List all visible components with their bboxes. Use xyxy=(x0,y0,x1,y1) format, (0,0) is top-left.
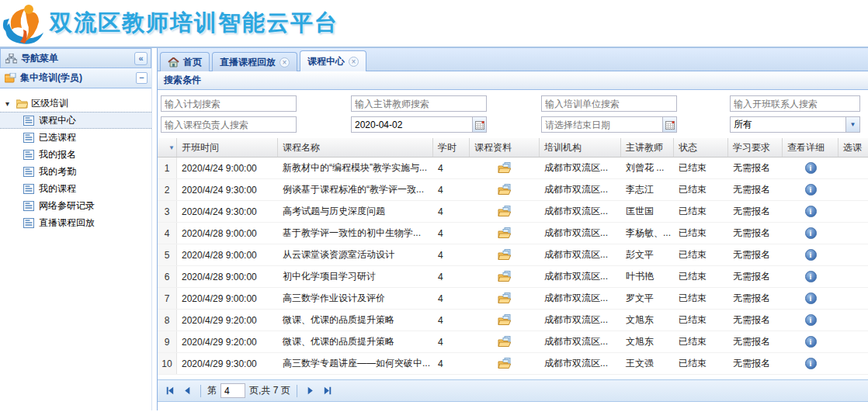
page-number-input[interactable] xyxy=(220,383,245,398)
column-header-5[interactable]: 主讲教师 xyxy=(621,138,674,157)
info-icon[interactable]: i xyxy=(805,249,817,261)
sidebar-item-1[interactable]: 已选课程 xyxy=(0,129,151,146)
last-page-button[interactable] xyxy=(321,384,335,398)
folder-icon[interactable] xyxy=(498,358,512,369)
sidebar-group-header[interactable]: 集中培训(学员) − xyxy=(0,68,151,88)
folder-icon[interactable] xyxy=(498,336,512,348)
sidebar-item-5[interactable]: 网络参研记录 xyxy=(0,197,151,214)
tab-home[interactable]: 首页 xyxy=(160,52,210,71)
row-detail-cell: i xyxy=(783,244,838,265)
column-header-3[interactable]: 课程资料 xyxy=(470,138,540,157)
table-row[interactable]: 1 2020/4/24 9:00:00 新教材中的“编程模块”教学实施与... … xyxy=(158,158,868,179)
org-search-input[interactable] xyxy=(541,95,677,112)
column-header-8[interactable]: 查看详细 xyxy=(783,138,838,157)
sidebar-item-0[interactable]: 课程中心 xyxy=(0,112,151,129)
folder-icon[interactable] xyxy=(498,206,512,217)
search-form: ▼ xyxy=(158,90,868,138)
group-collapse-button[interactable]: − xyxy=(136,72,148,84)
row-number: 6 xyxy=(158,266,177,287)
tab-live-replay[interactable]: 直播课程回放 × xyxy=(212,52,297,71)
row-hours: 4 xyxy=(433,223,470,244)
teacher-search-input[interactable] xyxy=(351,95,487,112)
row-start-time: 2020/4/29 9:20:00 xyxy=(177,331,278,352)
folder-icon[interactable] xyxy=(498,249,512,261)
grid-selector-column-header[interactable]: ▼ xyxy=(158,138,177,157)
plan-search-input[interactable] xyxy=(161,95,297,112)
contact-search-input[interactable] xyxy=(730,95,860,112)
table-row[interactable]: 9 2020/4/29 9:20:00 微课、优课的品质提升策略 4 成都市双流… xyxy=(158,331,868,353)
row-hours: 4 xyxy=(433,158,470,178)
training-group-icon xyxy=(5,73,16,83)
info-icon[interactable]: i xyxy=(805,271,817,282)
tree-node-root[interactable]: ▾ 区级培训 xyxy=(0,95,151,112)
info-icon[interactable]: i xyxy=(805,184,817,196)
tree-expand-icon[interactable]: ▾ xyxy=(5,99,13,108)
table-row[interactable]: 6 2020/4/28 9:00:00 初中化学项目学习研讨 4 成都市双流区.… xyxy=(158,266,868,288)
form-list-icon xyxy=(23,218,35,228)
column-header-6[interactable]: 状态 xyxy=(674,138,728,157)
row-teacher: 文旭东 xyxy=(621,310,674,331)
sidebar-item-6[interactable]: 直播课程回放 xyxy=(0,214,151,231)
sidebar-collapse-button[interactable]: « xyxy=(134,52,148,65)
info-icon[interactable]: i xyxy=(805,206,817,217)
row-detail-cell: i xyxy=(783,310,838,331)
tab-close-icon[interactable]: × xyxy=(349,57,359,67)
table-row[interactable]: 2 2020/4/24 9:30:00 例谈基于课程标准的“教学评一致... 4… xyxy=(158,179,868,201)
status-select[interactable] xyxy=(730,116,846,133)
folder-icon[interactable] xyxy=(498,293,512,304)
row-course-name: 例谈基于课程标准的“教学评一致... xyxy=(278,179,433,200)
row-course-name: 新教材中的“编程模块”教学实施与... xyxy=(278,158,433,178)
sidebar-item-4[interactable]: 我的课程 xyxy=(0,180,151,197)
table-row[interactable]: 10 2020/4/29 9:30:00 高三数学专题讲座——如何突破中... … xyxy=(158,353,868,375)
calendar-icon[interactable] xyxy=(473,116,487,133)
row-select-cell xyxy=(838,266,868,287)
info-icon[interactable]: i xyxy=(805,314,817,326)
info-icon[interactable]: i xyxy=(805,162,817,174)
table-row[interactable]: 8 2020/4/29 9:20:00 微课、优课的品质提升策略 4 成都市双流… xyxy=(158,310,868,331)
info-icon[interactable]: i xyxy=(805,293,817,304)
start-date-input[interactable] xyxy=(351,116,473,133)
column-header-2[interactable]: 学时 xyxy=(433,138,470,157)
sidebar-item-label: 网络参研记录 xyxy=(39,199,95,213)
row-start-time: 2020/4/29 9:20:00 xyxy=(177,310,278,331)
folder-icon[interactable] xyxy=(498,184,512,196)
row-select-cell xyxy=(838,179,868,200)
column-header-9[interactable]: 选课 xyxy=(838,138,868,157)
folder-icon[interactable] xyxy=(498,227,512,239)
row-material-cell xyxy=(470,179,540,200)
chevron-down-icon[interactable]: ▼ xyxy=(846,116,860,133)
column-header-4[interactable]: 培训机构 xyxy=(540,138,621,157)
row-course-name: 基于教学评一致性的初中生物学... xyxy=(278,223,433,244)
row-detail-cell: i xyxy=(783,158,838,178)
sidebar-title: 导航菜单 xyxy=(21,52,58,65)
tab-close-icon[interactable]: × xyxy=(279,57,290,68)
row-requirement: 无需报名 xyxy=(728,266,783,287)
folder-icon[interactable] xyxy=(498,162,512,174)
info-icon[interactable]: i xyxy=(805,227,817,239)
column-header-7[interactable]: 学习要求 xyxy=(728,138,783,157)
table-row[interactable]: 4 2020/4/28 9:00:00 基于教学评一致性的初中生物学... 4 … xyxy=(158,223,868,244)
info-icon[interactable]: i xyxy=(805,358,817,369)
previous-page-button[interactable] xyxy=(180,384,194,398)
row-org: 成都市双流区... xyxy=(540,288,621,309)
leader-search-input[interactable] xyxy=(161,116,297,133)
search-panel-header: 搜索条件 xyxy=(158,71,868,90)
info-icon[interactable]: i xyxy=(805,336,817,348)
next-page-button[interactable] xyxy=(304,384,318,398)
sidebar-item-3[interactable]: 我的考勤 xyxy=(0,163,151,180)
folder-icon[interactable] xyxy=(498,271,512,282)
calendar-icon[interactable] xyxy=(663,116,677,133)
row-select-cell xyxy=(838,310,868,331)
sidebar-item-label: 我的报名 xyxy=(39,148,76,161)
sidebar-item-2[interactable]: 我的报名 xyxy=(0,146,151,163)
end-date-input[interactable] xyxy=(541,116,663,133)
tab-course-center[interactable]: 课程中心 × xyxy=(300,50,366,71)
row-teacher: 罗文平 xyxy=(621,288,674,309)
column-header-1[interactable]: 课程名称 xyxy=(278,138,433,157)
first-page-button[interactable] xyxy=(162,384,176,398)
table-row[interactable]: 5 2020/4/28 9:00:00 从云课堂谈资源室活动设计 4 成都市双流… xyxy=(158,244,868,266)
column-header-0[interactable]: 开班时间 xyxy=(177,138,278,157)
folder-icon[interactable] xyxy=(498,314,512,326)
table-row[interactable]: 3 2020/4/24 9:30:00 高考试题与历史深度问题 4 成都市双流区… xyxy=(158,201,868,223)
table-row[interactable]: 7 2020/4/29 9:00:00 高三数学作业设计及评价 4 成都市双流区… xyxy=(158,288,868,310)
